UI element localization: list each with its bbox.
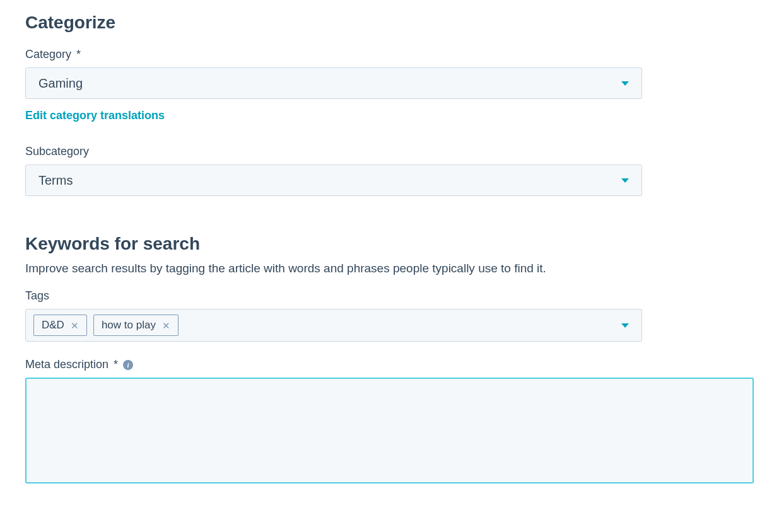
- keywords-heading: Keywords for search: [25, 234, 754, 254]
- subcategory-select[interactable]: Terms: [25, 165, 642, 196]
- categorize-heading: Categorize: [25, 13, 754, 33]
- subcategory-label: Subcategory: [25, 145, 754, 158]
- category-required-indicator: *: [76, 48, 81, 61]
- meta-description-label: Meta description * i: [25, 358, 754, 371]
- chevron-down-icon: [621, 81, 629, 86]
- tags-list: D&D ✕ how to play ✕: [33, 315, 179, 336]
- edit-category-translations-link[interactable]: Edit category translations: [25, 109, 165, 122]
- category-label-text: Category: [25, 48, 71, 61]
- tags-label: Tags: [25, 289, 754, 303]
- category-field-group: Category * Gaming Edit category translat…: [25, 48, 754, 122]
- chevron-down-icon: [621, 178, 629, 183]
- meta-description-field-group: Meta description * i: [25, 358, 754, 486]
- chevron-down-icon: [621, 323, 629, 328]
- meta-description-label-text: Meta description: [25, 358, 108, 371]
- subcategory-select-value: Terms: [38, 173, 73, 188]
- close-icon[interactable]: ✕: [71, 321, 79, 330]
- tag-label: D&D: [42, 319, 64, 332]
- keywords-description: Improve search results by tagging the ar…: [25, 262, 754, 275]
- subcategory-label-text: Subcategory: [25, 145, 89, 158]
- categorize-section: Categorize Category * Gaming Edit catego…: [25, 13, 754, 196]
- tags-field-group: Tags D&D ✕ how to play ✕: [25, 289, 754, 342]
- keywords-section: Keywords for search Improve search resul…: [25, 234, 754, 486]
- category-label: Category *: [25, 48, 754, 61]
- tag-chip: D&D ✕: [33, 315, 87, 336]
- tags-select[interactable]: D&D ✕ how to play ✕: [25, 309, 642, 342]
- tag-chip: how to play ✕: [93, 315, 179, 336]
- category-select[interactable]: Gaming: [25, 67, 642, 99]
- category-select-value: Gaming: [38, 76, 83, 91]
- tag-label: how to play: [102, 319, 156, 332]
- info-icon[interactable]: i: [123, 360, 133, 370]
- meta-description-textarea[interactable]: [25, 378, 754, 483]
- subcategory-field-group: Subcategory Terms: [25, 145, 754, 196]
- tags-label-text: Tags: [25, 289, 49, 303]
- close-icon[interactable]: ✕: [162, 321, 170, 330]
- meta-description-required-indicator: *: [114, 358, 118, 371]
